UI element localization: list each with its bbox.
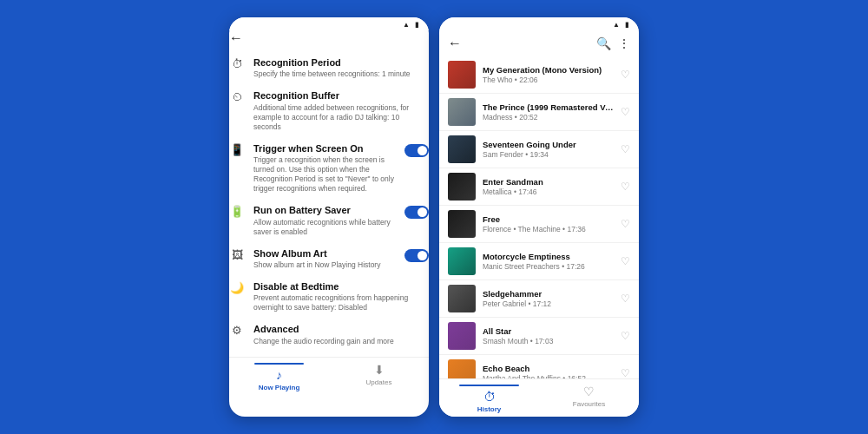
- setting-icon-2: 📱: [229, 143, 245, 156]
- search-icon[interactable]: 🔍: [596, 36, 611, 50]
- song-info-4: Free Florence • The Machine • 17:36: [483, 214, 614, 233]
- song-title-5: Motorcycle Emptiness: [483, 252, 614, 261]
- more-icon[interactable]: ⋮: [618, 36, 630, 50]
- left-status-icons: ▲ ▮: [403, 21, 418, 29]
- song-item-2[interactable]: Seventeen Going Under Sam Fender • 19:34…: [439, 131, 639, 168]
- nav-underline-0: [254, 363, 305, 365]
- heart-icon-7[interactable]: ♡: [621, 330, 630, 342]
- setting-title-3: Run on Battery Saver: [253, 204, 396, 216]
- song-artist-5: Manic Street Preachers • 17:26: [483, 262, 614, 271]
- settings-list: ⏱ Recognition Period Specify the time be…: [229, 56, 429, 357]
- song-artist-2: Sam Fender • 19:34: [483, 150, 614, 159]
- heart-icon-6[interactable]: ♡: [621, 293, 630, 305]
- song-item-3[interactable]: Enter Sandman Metallica • 17:46 ♡: [439, 168, 639, 206]
- setting-desc-6: Change the audio recording gain and more: [253, 337, 429, 346]
- song-title-6: Sledgehammer: [483, 289, 614, 299]
- setting-icon-1: ⏲: [229, 90, 245, 103]
- back-button[interactable]: ←: [229, 30, 243, 45]
- left-top-bar: ←: [229, 30, 429, 46]
- right-phone: ▲ ▮ ← 🔍 ⋮ My Generation (Mono Version) T…: [439, 17, 639, 417]
- setting-text-0: Recognition Period Specify the time betw…: [253, 56, 429, 79]
- heart-icon-1[interactable]: ♡: [621, 106, 630, 118]
- setting-text-6: Advanced Change the audio recording gain…: [253, 323, 429, 345]
- song-info-6: Sledgehammer Peter Gabriel • 17:12: [483, 289, 614, 308]
- left-phone: ▲ ▮ ← ⏱ Recognition Period Specify the t…: [229, 17, 429, 417]
- heart-icon-0[interactable]: ♡: [621, 69, 630, 81]
- song-title-0: My Generation (Mono Version): [483, 65, 614, 75]
- setting-title-5: Disable at Bedtime: [253, 280, 429, 293]
- right-back-button[interactable]: ←: [448, 36, 462, 51]
- phones-container: ▲ ▮ ← ⏱ Recognition Period Specify the t…: [229, 17, 639, 417]
- toggle-4[interactable]: [404, 249, 429, 262]
- setting-item-6[interactable]: ⚙ Advanced Change the audio recording ga…: [229, 323, 429, 345]
- song-info-8: Echo Beach Martha And The Muffins • 16:5…: [483, 364, 614, 378]
- song-item-4[interactable]: Free Florence • The Machine • 17:36 ♡: [439, 206, 639, 243]
- song-artist-3: Metallica • 17:46: [483, 187, 614, 196]
- setting-title-4: Show Album Art: [253, 247, 396, 260]
- setting-text-3: Run on Battery Saver Allow automatic rec…: [253, 204, 396, 236]
- setting-item-5[interactable]: 🌙 Disable at Bedtime Prevent automatic r…: [229, 280, 429, 312]
- right-top-icons: 🔍 ⋮: [596, 36, 630, 50]
- song-item-5[interactable]: Motorcycle Emptiness Manic Street Preach…: [439, 243, 639, 280]
- song-info-2: Seventeen Going Under Sam Fender • 19:34: [483, 140, 614, 159]
- left-bottom-nav: ♪ Now Playing ⬇ Updates: [229, 357, 429, 395]
- right-status-bar: ▲ ▮: [439, 17, 639, 30]
- toggle-3[interactable]: [404, 206, 429, 219]
- song-item-7[interactable]: All Star Smash Mouth • 17:03 ♡: [439, 318, 639, 355]
- wifi-icon-right: ▲: [613, 21, 620, 29]
- setting-item-1[interactable]: ⏲ Recognition Buffer Additional time add…: [229, 89, 429, 131]
- setting-desc-4: Show album art in Now Playing History: [253, 260, 396, 270]
- song-thumb-4: [448, 210, 476, 238]
- song-thumb-7: [448, 322, 476, 350]
- song-info-5: Motorcycle Emptiness Manic Street Preach…: [483, 252, 614, 271]
- song-title-2: Seventeen Going Under: [483, 140, 614, 149]
- left-nav-icon-0: ♪: [276, 368, 282, 382]
- wifi-icon: ▲: [403, 21, 410, 29]
- heart-icon-2[interactable]: ♡: [621, 143, 630, 155]
- setting-title-2: Trigger when Screen On: [253, 142, 396, 155]
- left-nav-label-1: Updates: [366, 378, 392, 386]
- right-nav-label-0: History: [477, 405, 502, 413]
- setting-item-0[interactable]: ⏱ Recognition Period Specify the time be…: [229, 56, 429, 79]
- song-title-3: Enter Sandman: [483, 177, 614, 187]
- toggle-2[interactable]: [404, 144, 429, 157]
- setting-icon-6: ⚙: [229, 324, 245, 337]
- heart-icon-8[interactable]: ♡: [621, 367, 630, 378]
- song-artist-6: Peter Gabriel • 17:12: [483, 299, 614, 308]
- setting-text-2: Trigger when Screen On Trigger a recogni…: [253, 142, 396, 194]
- right-nav-icon-0: ⏱: [483, 390, 496, 404]
- left-content: ⏱ Recognition Period Specify the time be…: [229, 46, 429, 357]
- right-top-bar: ← 🔍 ⋮: [439, 30, 639, 56]
- heart-icon-4[interactable]: ♡: [621, 218, 630, 230]
- song-item-8[interactable]: Echo Beach Martha And The Muffins • 16:5…: [439, 355, 639, 378]
- setting-title-1: Recognition Buffer: [253, 89, 429, 102]
- right-nav-label-1: Favourites: [573, 400, 605, 408]
- setting-item-3[interactable]: 🔋 Run on Battery Saver Allow automatic r…: [229, 204, 429, 236]
- song-item-0[interactable]: My Generation (Mono Version) The Who • 2…: [439, 56, 639, 94]
- setting-icon-4: 🖼: [229, 248, 245, 261]
- song-item-1[interactable]: The Prince (1999 Remastered Ver... Madne…: [439, 94, 639, 131]
- setting-item-4[interactable]: 🖼 Show Album Art Show album art in Now P…: [229, 247, 429, 270]
- battery-icon: ▮: [415, 21, 418, 29]
- setting-icon-3: 🔋: [229, 205, 245, 218]
- right-nav-item-1[interactable]: ♡ Favourites: [539, 385, 639, 413]
- song-title-8: Echo Beach: [483, 364, 614, 373]
- setting-item-2[interactable]: 📱 Trigger when Screen On Trigger a recog…: [229, 142, 429, 194]
- right-nav-item-0[interactable]: ⏱ History: [439, 385, 539, 413]
- song-title-7: All Star: [483, 326, 614, 336]
- rnav-underline-0: [459, 385, 519, 386]
- song-thumb-8: [448, 359, 476, 378]
- song-item-6[interactable]: Sledgehammer Peter Gabriel • 17:12 ♡: [439, 280, 639, 318]
- setting-desc-1: Additional time added between recognitio…: [253, 103, 429, 132]
- heart-icon-3[interactable]: ♡: [621, 181, 630, 193]
- song-artist-4: Florence • The Machine • 17:36: [483, 225, 614, 233]
- setting-text-5: Disable at Bedtime Prevent automatic rec…: [253, 280, 429, 312]
- setting-text-1: Recognition Buffer Additional time added…: [253, 89, 429, 131]
- setting-desc-3: Allow automatic recognitions while batte…: [253, 218, 396, 237]
- heart-icon-5[interactable]: ♡: [621, 255, 630, 267]
- right-nav-icon-1: ♡: [583, 385, 595, 398]
- left-nav-item-1[interactable]: ⬇ Updates: [329, 363, 429, 391]
- left-nav-item-0[interactable]: ♪ Now Playing: [229, 363, 329, 391]
- setting-title-0: Recognition Period: [253, 56, 429, 69]
- right-status-icons: ▲ ▮: [613, 21, 628, 29]
